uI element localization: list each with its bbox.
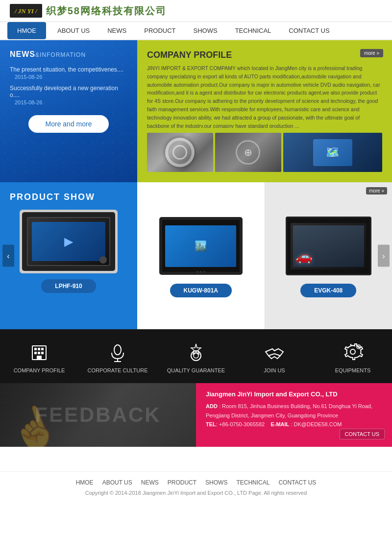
- company-description: JINYI IMPORT & EXPORT COMPAMY which loca…: [147, 64, 382, 128]
- icon-label-join: JOIN US: [264, 367, 285, 373]
- svg-rect-7: [37, 356, 42, 360]
- icon-join-us[interactable]: JOIN US: [235, 342, 314, 373]
- building-icon: [28, 342, 50, 364]
- main-top: NEWS&INFORMATION The present situation, …: [0, 40, 392, 182]
- bottom-nav-links: HMOE ABOUT US NEWS PRODUCT SHOWS TECHNIC…: [7, 479, 385, 486]
- icon-label-corporate: CORPORATE CULTURE: [87, 367, 147, 373]
- news-item-title-1[interactable]: The present situation, the competitivene…: [10, 66, 127, 73]
- copyright: Copyright © 2014-2018 Jiangmen JinYi Imp…: [7, 490, 385, 496]
- nav-item-shows[interactable]: SHOWS: [185, 22, 226, 39]
- nav-item-about[interactable]: ABOUT US: [49, 22, 98, 39]
- bottom-link-product[interactable]: PRODUCT: [168, 479, 196, 486]
- news-item-1[interactable]: The present situation, the competitivene…: [10, 66, 127, 80]
- icons-row: COMPANY PROFILE CORPORATE CULTURE QUALIT…: [0, 329, 392, 383]
- company-image-compass: ⊕: [215, 133, 281, 172]
- icon-equipments[interactable]: EQUIPMENTS: [314, 342, 392, 373]
- svg-rect-6: [41, 352, 44, 354]
- bottom-nav: HMOE ABOUT US NEWS PRODUCT SHOWS TECHNIC…: [0, 471, 392, 503]
- product-middle: 🏙️ KUGW-801A: [137, 182, 265, 329]
- icon-label-equipments: EQUIPMENTS: [335, 367, 371, 373]
- svg-rect-2: [38, 348, 40, 350]
- news-section: NEWS&INFORMATION The present situation, …: [0, 40, 137, 182]
- more-and-more-button[interactable]: More and more: [28, 115, 109, 133]
- bottom-link-contact[interactable]: CONTACT US: [278, 479, 316, 486]
- footer-top: FEEDBACK ☝ Jiangmen JinYi Import and Exp…: [0, 383, 392, 447]
- nav-item-hmoe[interactable]: HMOE: [7, 22, 46, 39]
- product-show-title: PRODUCT SHOW: [10, 192, 95, 202]
- next-arrow-button[interactable]: ›: [378, 245, 390, 267]
- email-value: : DK@DEDE58.COM: [291, 421, 342, 427]
- company-profile-title: COMPANY PROFILE: [147, 50, 382, 60]
- icon-label-quality: QUALITY GUARANTEE: [167, 367, 225, 373]
- news-title: NEWS&INFORMATION: [10, 50, 127, 59]
- contact-company-name: Jiangmen JinYi Import and Export CO., LT…: [206, 390, 382, 398]
- tel-label: TEL: [206, 421, 216, 427]
- feedback-text: FEEDBACK: [35, 403, 161, 427]
- product-image-3: 🚗: [284, 214, 372, 278]
- nav-item-product[interactable]: PRODUCT: [135, 22, 184, 39]
- add-label: ADD: [206, 403, 218, 409]
- product-show-section: PRODUCT SHOW ‹ ▶ LPHF-910 🏙️: [0, 182, 392, 329]
- svg-line-14: [269, 356, 271, 359]
- contact-us-button[interactable]: CONTACT US: [340, 429, 385, 439]
- separator: [0, 447, 392, 471]
- bottom-link-news[interactable]: NEWS: [141, 479, 159, 486]
- icon-company-profile[interactable]: COMPANY PROFILE: [0, 342, 78, 373]
- add-value: : Room 815, Jinhua Business Building, No…: [206, 403, 372, 418]
- bottom-link-about[interactable]: ABOUT US: [102, 479, 132, 486]
- contact-section: Jiangmen JinYi Import and Export CO., LT…: [196, 383, 392, 447]
- nav-item-contact[interactable]: CONTACT US: [280, 22, 338, 39]
- svg-rect-3: [41, 348, 44, 350]
- handshake-icon: [264, 342, 285, 364]
- gear-icon: [342, 342, 364, 364]
- product-image-1: ▶: [20, 210, 118, 273]
- news-item-date-2: 2015-08-26: [15, 99, 127, 105]
- medal-icon: [185, 342, 207, 364]
- svg-point-13: [194, 353, 198, 358]
- bottom-link-shows[interactable]: SHOWS: [205, 479, 227, 486]
- svg-line-15: [277, 356, 280, 359]
- news-item-date-1: 2015-08-26: [15, 74, 127, 80]
- news-item-title-2[interactable]: Successfully developed a new generation …: [10, 85, 127, 98]
- company-image-navigation: 🗺️: [283, 133, 382, 172]
- company-more-button[interactable]: more »: [360, 49, 383, 57]
- icon-label-company: COMPANY PROFILE: [14, 367, 65, 373]
- tel-value: +86-0750-3065582: [219, 421, 265, 427]
- svg-rect-5: [38, 352, 40, 354]
- header: / JN YI / 织梦58网络科技有限公司: [0, 0, 392, 22]
- microphone-icon: [107, 342, 128, 364]
- svg-rect-4: [34, 352, 37, 354]
- nav-item-technical[interactable]: TECHNICAL: [226, 22, 280, 39]
- company-images: ⊕ 🗺️: [147, 133, 382, 172]
- contact-address: ADD : Room 815, Jinhua Business Building…: [206, 402, 382, 420]
- svg-rect-1: [34, 348, 37, 350]
- logo-area: / JN YI / 织梦58网络科技有限公司: [10, 4, 167, 18]
- bottom-link-technical[interactable]: TECHNICAL: [236, 479, 270, 486]
- product-label-2[interactable]: KUGW-801A: [170, 284, 232, 297]
- company-name: 织梦58网络科技有限公司: [46, 4, 167, 18]
- product-more-button[interactable]: more »: [366, 187, 387, 194]
- product-image-2: 🏙️: [157, 214, 245, 278]
- email-label: E-MAIL: [270, 421, 289, 427]
- logo-icon-text: / JN YI /: [15, 7, 37, 15]
- bottom-link-hmoe[interactable]: HMOE: [76, 479, 94, 486]
- svg-point-18: [358, 346, 360, 348]
- news-item-2[interactable]: Successfully developed a new generation …: [10, 85, 127, 105]
- product-label-3[interactable]: EVGK-408: [300, 284, 356, 297]
- feedback-section: FEEDBACK ☝: [0, 383, 196, 447]
- prev-arrow-button[interactable]: ‹: [2, 245, 14, 267]
- svg-point-16: [350, 349, 355, 354]
- nav-item-news[interactable]: NEWS: [98, 22, 135, 39]
- logo-box: / JN YI /: [10, 4, 42, 18]
- product-label-1[interactable]: LPHF-910: [41, 279, 96, 293]
- company-profile-section: COMPANY PROFILE more » JINYI IMPORT & EX…: [137, 40, 392, 182]
- contact-tel: TEL: +86-0750-3065582 E-MAIL : DK@DEDE58…: [206, 421, 382, 427]
- navigation: HMOE ABOUT US NEWS PRODUCT SHOWS TECHNIC…: [0, 22, 392, 40]
- icon-quality-guarantee[interactable]: QUALITY GUARANTEE: [157, 342, 235, 373]
- company-image-wheel: [147, 133, 213, 172]
- svg-point-11: [191, 351, 201, 361]
- product-left: PRODUCT SHOW ‹ ▶ LPHF-910: [0, 182, 137, 329]
- svg-point-8: [114, 345, 121, 355]
- product-right: more » 🚗 EVGK-408 ›: [265, 182, 392, 329]
- icon-corporate-culture[interactable]: CORPORATE CULTURE: [78, 342, 157, 373]
